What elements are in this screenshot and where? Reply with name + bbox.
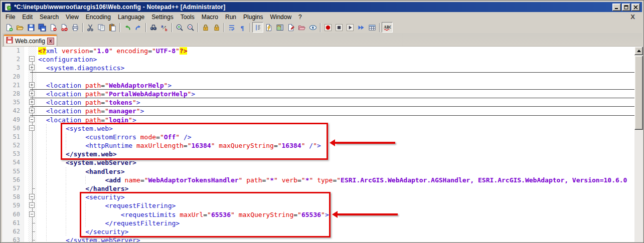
scroll-up-button[interactable] <box>634 47 643 55</box>
fold-expand-icon[interactable] <box>29 108 35 113</box>
save-file-button[interactable] <box>26 22 37 33</box>
replace-button[interactable]: ab <box>159 22 170 33</box>
macro-save-button[interactable] <box>367 22 378 33</box>
menu-edit[interactable]: Edit <box>19 13 36 22</box>
zoom-out-button[interactable] <box>185 22 196 33</box>
code-text[interactable]: <security> <box>37 193 634 201</box>
code-text[interactable]: <system.diagnostics> <box>37 64 634 72</box>
fold-marker-minus[interactable] <box>28 193 37 201</box>
menu-tools[interactable]: Tools <box>177 13 198 22</box>
folder-as-workspace-button[interactable] <box>296 22 307 33</box>
minimize-button[interactable] <box>612 4 621 11</box>
code-text[interactable]: <location path="PortalWebAdaptorHelp"> <box>37 90 634 98</box>
code-text[interactable]: <requestLimits maxUrl="65536" maxQuerySt… <box>37 210 634 219</box>
close-all-button[interactable] <box>59 22 70 33</box>
fold-marker-minus[interactable] <box>28 116 37 124</box>
menu-search[interactable]: Search <box>36 13 62 22</box>
menu-settings[interactable]: Settings <box>148 13 177 22</box>
fold-collapse-icon[interactable] <box>29 56 35 62</box>
undo-button[interactable] <box>122 22 133 33</box>
new-file-button[interactable] <box>4 22 15 33</box>
code-text[interactable]: <location path="manager"> <box>37 107 634 115</box>
code-text[interactable]: <requestFiltering> <box>37 201 634 210</box>
print-button[interactable] <box>70 22 81 33</box>
close-button[interactable] <box>631 4 640 11</box>
show-all-chars-button[interactable]: ¶ <box>237 22 248 33</box>
fold-marker-minus[interactable] <box>28 210 37 219</box>
fold-expand-icon[interactable] <box>29 99 35 105</box>
title-bar[interactable]: *C:\inetpub\wwwroot\arcgis106\Web.config… <box>2 2 642 12</box>
fold-marker-plus[interactable] <box>28 98 37 107</box>
menu-plugins[interactable]: Plugins <box>240 13 266 22</box>
fold-marker-minus[interactable] <box>28 201 37 210</box>
fold-expand-icon[interactable] <box>29 91 35 96</box>
fold-marker-minus-top[interactable] <box>28 55 37 64</box>
macro-run-multiple-button[interactable] <box>356 22 367 33</box>
save-all-button[interactable] <box>37 22 48 33</box>
code-text[interactable]: </system.web> <box>37 150 634 158</box>
macro-record-button[interactable] <box>323 22 334 33</box>
code-text[interactable]: <customErrors mode="Off" /> <box>37 133 634 141</box>
zoom-in-button[interactable] <box>174 22 185 33</box>
fold-expand-icon[interactable] <box>29 82 35 88</box>
code-text[interactable]: <location path="tokens"> <box>37 98 634 107</box>
tab-web-config[interactable]: Web.config x <box>4 34 57 46</box>
menu-help[interactable]: ? <box>295 13 305 22</box>
fold-marker-plus[interactable] <box>28 81 37 90</box>
fold-collapse-icon[interactable] <box>29 211 35 217</box>
function-completion-button[interactable] <box>263 22 274 33</box>
vertical-scrollbar[interactable] <box>634 47 643 242</box>
macro-play-button[interactable] <box>345 22 356 33</box>
code-text[interactable]: <add name="WebAdaptorTokensHandler" path… <box>37 176 634 184</box>
fold-collapse-icon[interactable] <box>29 125 35 131</box>
define-language-button[interactable] <box>285 22 296 33</box>
code-text[interactable] <box>37 73 634 81</box>
document-close-x-button[interactable]: X <box>628 13 637 21</box>
document-map-button[interactable] <box>274 22 285 33</box>
word-wrap-button[interactable] <box>226 22 237 33</box>
fold-marker-plus[interactable] <box>28 90 37 98</box>
maximize-button[interactable] <box>622 4 630 11</box>
code-text[interactable]: <system.web> <box>37 124 634 133</box>
fold-marker-plus[interactable] <box>28 107 37 115</box>
copy-button[interactable] <box>96 22 107 33</box>
fold-marker-minus[interactable] <box>28 124 37 133</box>
code-text[interactable]: <handlers> <box>37 167 634 176</box>
fold-expand-icon[interactable] <box>29 65 35 70</box>
code-text[interactable]: </handlers> <box>37 184 634 193</box>
fold-marker-plus[interactable] <box>28 64 37 72</box>
code-text[interactable]: <httpRuntime maxUrlLength="16384" maxQue… <box>37 141 634 150</box>
find-button[interactable] <box>148 22 159 33</box>
menu-file[interactable]: File <box>2 13 19 22</box>
tab-close-icon[interactable]: x <box>47 38 54 45</box>
sync-scroll-horizontal-button[interactable] <box>211 22 222 33</box>
code-text[interactable]: <configuration> <box>37 55 634 64</box>
code-text[interactable]: </requestFiltering> <box>37 219 634 227</box>
scrollbar-thumb[interactable] <box>634 56 643 130</box>
code-editor[interactable]: 1<?xml version="1.0" encoding="UTF-8"?>2… <box>2 47 634 242</box>
code-text[interactable]: <location path="WebAdaptorHelp"> <box>37 81 634 90</box>
spell-check-button[interactable]: ABC <box>382 22 393 33</box>
menu-macro[interactable]: Macro <box>198 13 222 22</box>
menu-language[interactable]: Language <box>114 13 148 22</box>
code-text[interactable]: <system.webServer> <box>37 158 634 167</box>
fold-collapse-icon[interactable] <box>29 117 35 122</box>
monitoring-button[interactable] <box>307 22 318 33</box>
menu-view[interactable]: View <box>62 13 82 22</box>
paste-button[interactable] <box>107 22 118 33</box>
menu-window[interactable]: Window <box>266 13 295 22</box>
code-text[interactable]: </system.webServer> <box>37 236 634 242</box>
code-text[interactable]: <location path="login"> <box>37 116 634 124</box>
menu-run[interactable]: Run <box>222 13 240 22</box>
show-indent-guide-button[interactable] <box>252 22 263 33</box>
redo-button[interactable] <box>133 22 144 33</box>
cut-button[interactable] <box>85 22 96 33</box>
open-file-button[interactable] <box>15 22 26 33</box>
close-file-button[interactable] <box>48 22 59 33</box>
fold-collapse-icon[interactable] <box>29 202 35 208</box>
code-text[interactable]: </security> <box>37 227 634 236</box>
menu-encoding[interactable]: Encoding <box>82 13 114 22</box>
sync-scroll-vertical-button[interactable] <box>200 22 211 33</box>
macro-stop-button[interactable] <box>334 22 345 33</box>
code-text[interactable]: <?xml version="1.0" encoding="UTF-8"?> <box>37 47 634 55</box>
